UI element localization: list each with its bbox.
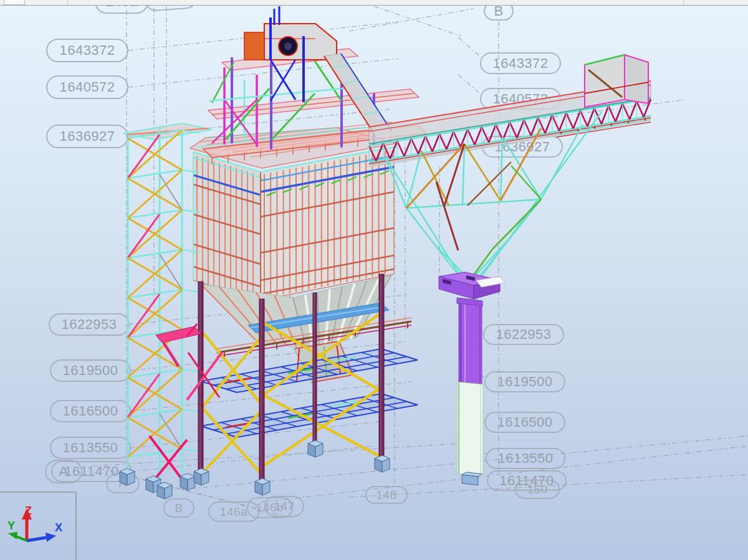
axis-y-label: Y bbox=[7, 520, 15, 532]
top-strip-divider bbox=[67, 0, 68, 5]
window-top-tab[interactable] bbox=[4, 0, 25, 5]
window-top-strip bbox=[0, 0, 748, 6]
axis-z-label: Z bbox=[25, 505, 32, 517]
axis-y-arrow bbox=[8, 532, 17, 539]
axis-gizmo: Z X Y bbox=[7, 505, 62, 542]
axis-x-arrow bbox=[46, 533, 56, 542]
model-viewport[interactable]: 1643372 1640572 1636927 1622953 1619500 … bbox=[0, 0, 748, 560]
axis-gizmo-layer: Z X Y bbox=[0, 0, 748, 560]
axis-x-label: X bbox=[55, 521, 62, 534]
top-strip-divider-right bbox=[683, 0, 684, 5]
